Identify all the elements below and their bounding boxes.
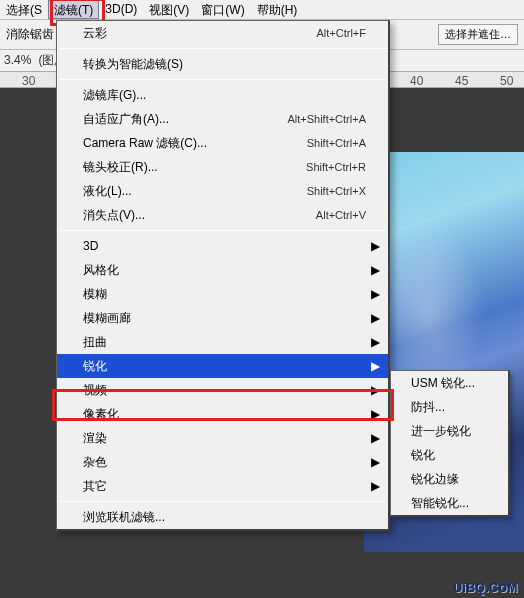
chevron-right-icon: ▶ [371,479,380,493]
menu-item-shortcut: Alt+Ctrl+F [316,27,366,39]
chevron-right-icon: ▶ [371,383,380,397]
menu-item-label: 锐化 [411,447,498,464]
menu-blur-gallery-submenu[interactable]: 模糊画廊 ▶ [57,306,388,330]
watermark: UiBQ.CoM [453,578,518,596]
menu-window[interactable]: 窗口(W) [195,0,250,19]
menu-item-label: 视频 [83,382,366,399]
menu-select[interactable]: 选择(S [0,0,48,19]
menu-3d[interactable]: 3D(D) [99,0,143,19]
menu-liquify[interactable]: 液化(L)... Shift+Ctrl+X [57,179,388,203]
menu-filter[interactable]: 滤镜(T) [48,0,99,19]
sharpen-submenu: USM 锐化... 防抖... 进一步锐化 锐化 锐化边缘 智能锐化... [390,370,510,517]
menu-distort-submenu[interactable]: 扭曲 ▶ [57,330,388,354]
chevron-right-icon: ▶ [371,359,380,373]
ruler-tick: 50 [500,74,513,88]
filter-menu-dropdown: 云彩 Alt+Ctrl+F 转换为智能滤镜(S) 滤镜库(G)... 自适应广角… [56,20,390,531]
submenu-smart-sharpen[interactable]: 智能锐化... [391,491,508,515]
menu-blur-submenu[interactable]: 模糊 ▶ [57,282,388,306]
ruler-tick: 30 [22,74,35,88]
menu-item-label: 进一步锐化 [411,423,498,440]
menu-item-label: USM 锐化... [411,375,498,392]
menu-other-submenu[interactable]: 其它 ▶ [57,474,388,498]
menu-item-label: 液化(L)... [83,183,307,200]
chevron-right-icon: ▶ [371,311,380,325]
menu-item-label: 锐化边缘 [411,471,498,488]
menu-filter-gallery[interactable]: 滤镜库(G)... [57,83,388,107]
menu-bar: 选择(S 滤镜(T) 3D(D) 视图(V) 窗口(W) 帮助(H) [0,0,524,20]
zoom-level: 3.4% [4,53,31,67]
chevron-right-icon: ▶ [371,407,380,421]
menu-item-shortcut: Shift+Ctrl+A [307,137,366,149]
chevron-right-icon: ▶ [371,287,380,301]
menu-noise-submenu[interactable]: 杂色 ▶ [57,450,388,474]
menu-item-shortcut: Alt+Shift+Ctrl+A [287,113,366,125]
menu-item-label: 自适应广角(A)... [83,111,287,128]
ruler-tick: 40 [410,74,423,88]
menu-separator [59,501,386,502]
chevron-right-icon: ▶ [371,335,380,349]
menu-view[interactable]: 视图(V) [143,0,195,19]
menu-item-label: 智能锐化... [411,495,498,512]
menu-item-shortcut: Alt+Ctrl+V [316,209,366,221]
menu-render-submenu[interactable]: 渲染 ▶ [57,426,388,450]
menu-lens-correction[interactable]: 镜头校正(R)... Shift+Ctrl+R [57,155,388,179]
menu-item-label: 其它 [83,478,366,495]
menu-separator [59,79,386,80]
submenu-usm-sharpen[interactable]: USM 锐化... [391,371,508,395]
menu-item-label: 滤镜库(G)... [83,87,366,104]
menu-item-label: 渲染 [83,430,366,447]
submenu-sharpen-edges[interactable]: 锐化边缘 [391,467,508,491]
menu-3d-submenu[interactable]: 3D ▶ [57,234,388,258]
menu-item-label: 浏览联机滤镜... [83,509,366,526]
menu-video-submenu[interactable]: 视频 ▶ [57,378,388,402]
menu-item-label: 模糊画廊 [83,310,366,327]
menu-item-label: 模糊 [83,286,366,303]
submenu-sharpen-more[interactable]: 进一步锐化 [391,419,508,443]
menu-item-label: 扭曲 [83,334,366,351]
menu-item-label: 防抖... [411,399,498,416]
menu-item-label: 镜头校正(R)... [83,159,306,176]
menu-item-label: 转换为智能滤镜(S) [83,56,366,73]
menu-item-label: 风格化 [83,262,366,279]
select-and-mask-button[interactable]: 选择并遮住… [438,24,518,45]
menu-item-shortcut: Shift+Ctrl+X [307,185,366,197]
menu-item-label: 像素化 [83,406,366,423]
chevron-right-icon: ▶ [371,263,380,277]
menu-separator [59,230,386,231]
menu-sharpen-submenu[interactable]: 锐化 ▶ [57,354,388,378]
menu-item-label: 云彩 [83,25,316,42]
menu-separator [59,48,386,49]
menu-pixelate-submenu[interactable]: 像素化 ▶ [57,402,388,426]
submenu-shake-reduction[interactable]: 防抖... [391,395,508,419]
menu-item-shortcut: Shift+Ctrl+R [306,161,366,173]
menu-convert-smart-filter[interactable]: 转换为智能滤镜(S) [57,52,388,76]
chevron-right-icon: ▶ [371,431,380,445]
menu-item-label: Camera Raw 滤镜(C)... [83,135,307,152]
menu-adaptive-wide-angle[interactable]: 自适应广角(A)... Alt+Shift+Ctrl+A [57,107,388,131]
ruler-tick: 45 [455,74,468,88]
menu-item-label: 锐化 [83,358,366,375]
menu-browse-online-filters[interactable]: 浏览联机滤镜... [57,505,388,529]
submenu-sharpen[interactable]: 锐化 [391,443,508,467]
menu-camera-raw-filter[interactable]: Camera Raw 滤镜(C)... Shift+Ctrl+A [57,131,388,155]
menu-item-label: 消失点(V)... [83,207,316,224]
menu-vanishing-point[interactable]: 消失点(V)... Alt+Ctrl+V [57,203,388,227]
menu-item-label: 杂色 [83,454,366,471]
antialias-label: 消除锯齿 [6,26,54,43]
menu-last-filter[interactable]: 云彩 Alt+Ctrl+F [57,21,388,45]
menu-stylize-submenu[interactable]: 风格化 ▶ [57,258,388,282]
chevron-right-icon: ▶ [371,455,380,469]
menu-item-label: 3D [83,239,366,253]
menu-help[interactable]: 帮助(H) [251,0,304,19]
chevron-right-icon: ▶ [371,239,380,253]
